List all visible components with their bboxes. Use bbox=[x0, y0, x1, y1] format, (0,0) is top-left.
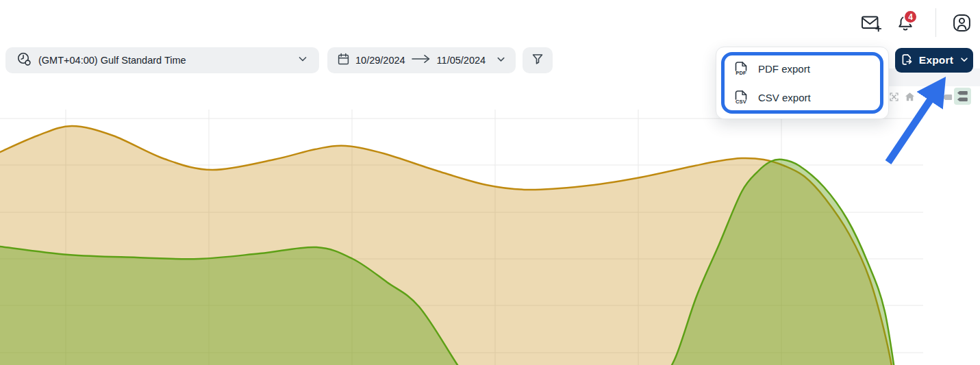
user-profile-icon[interactable] bbox=[952, 13, 972, 35]
export-button-label: Export bbox=[919, 54, 953, 66]
date-end-label: 11/05/2024 bbox=[437, 55, 486, 66]
filter-funnel-icon bbox=[531, 52, 544, 68]
chevron-down-icon bbox=[959, 55, 969, 66]
date-start-label: 10/29/2024 bbox=[355, 55, 405, 66]
compare-hover-icon[interactable] bbox=[954, 88, 971, 105]
export-button[interactable]: Export bbox=[895, 48, 973, 73]
closest-hover-icon[interactable] bbox=[942, 93, 953, 103]
area-chart[interactable] bbox=[0, 110, 923, 365]
export-doc-icon bbox=[899, 53, 913, 68]
timezone-label: (GMT+04:00) Gulf Standard Time bbox=[38, 55, 186, 66]
header-divider bbox=[935, 8, 936, 37]
calendar-icon bbox=[337, 53, 350, 68]
csv-file-icon: CSV bbox=[734, 90, 748, 105]
filter-button[interactable] bbox=[523, 47, 553, 73]
date-range-picker[interactable]: 10/29/2024 11/05/2024 bbox=[327, 47, 516, 73]
arrow-right-icon bbox=[411, 54, 431, 66]
timezone-clock-icon bbox=[16, 51, 32, 69]
timezone-select[interactable]: (GMT+04:00) Gulf Standard Time bbox=[5, 47, 319, 73]
pdf-file-icon: PDF bbox=[734, 61, 748, 76]
menu-item-label: CSV export bbox=[758, 92, 811, 103]
reset-axes-home-icon[interactable] bbox=[904, 91, 916, 105]
autoscale-icon[interactable] bbox=[888, 91, 900, 105]
menu-item-csv-export[interactable]: CSV CSV export bbox=[734, 87, 888, 108]
notification-count-badge: 4 bbox=[903, 10, 918, 24]
menu-item-label: PDF export bbox=[758, 63, 810, 75]
chevron-down-icon bbox=[297, 53, 308, 67]
menu-item-pdf-export[interactable]: PDF PDF export bbox=[734, 58, 888, 79]
chevron-down-icon bbox=[496, 54, 506, 67]
dashboard-page: { "header": { "notification_count": "4",… bbox=[0, 0, 980, 365]
compose-mail-icon[interactable] bbox=[861, 14, 882, 35]
export-dropdown-menu: PDF PDF export CSV CSV export bbox=[716, 47, 889, 119]
